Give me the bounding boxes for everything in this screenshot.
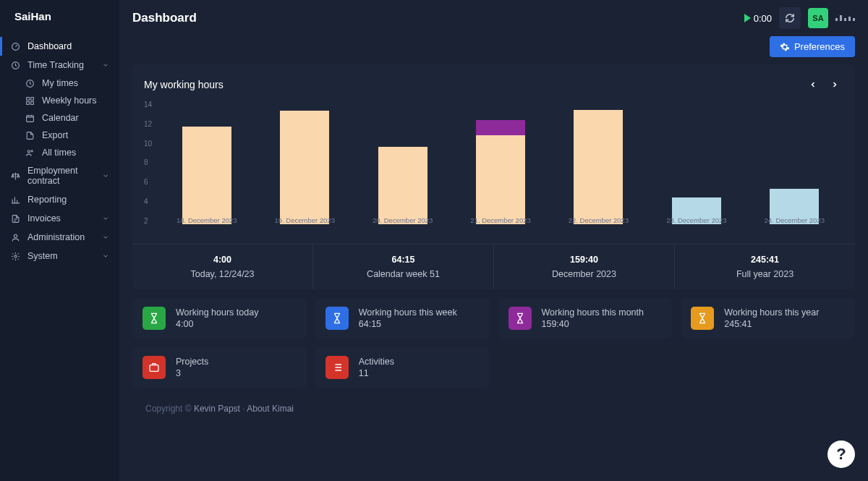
- author-link[interactable]: Kevin Papst: [194, 404, 240, 414]
- y-tick: 6: [144, 178, 152, 186]
- widget-title: Working hours this month: [542, 307, 644, 318]
- clock-icon: [25, 78, 35, 88]
- summary-cell[interactable]: 159:40December 2023: [494, 244, 675, 289]
- bar-label: 23. December 2023: [666, 216, 726, 224]
- bar-label: 22. December 2023: [569, 216, 629, 224]
- sidebar-item-time-tracking[interactable]: Time Tracking: [0, 56, 119, 75]
- timer-button[interactable]: 0:00: [744, 13, 772, 24]
- bar-stack[interactable]: [280, 111, 329, 224]
- timer-value: 0:00: [754, 13, 772, 24]
- widget-value: 11: [359, 368, 394, 378]
- refresh-button[interactable]: [779, 7, 801, 29]
- widget-value: 245:41: [724, 319, 819, 329]
- sidebar-item-label: Export: [42, 130, 109, 140]
- summary-value: 159:40: [500, 255, 668, 265]
- summary-cell[interactable]: 4:00Today, 12/24/23: [132, 244, 313, 289]
- widget-grid: Working hours today4:00Working hours thi…: [132, 298, 855, 388]
- scale-icon: [10, 171, 20, 181]
- sidebar-item-administration[interactable]: Administration: [0, 228, 119, 247]
- bar-group: 18. December 2023: [162, 127, 251, 224]
- sidebar-item-weekly-hours[interactable]: Weekly hours: [16, 92, 119, 109]
- sidebar-item-employment-contract[interactable]: Employment contract: [0, 161, 119, 190]
- nav: DashboardTime TrackingMy timesWeekly hou…: [0, 33, 119, 270]
- dashboard-icon: [10, 41, 20, 51]
- clock-icon: [10, 60, 20, 70]
- export-icon: [25, 130, 35, 140]
- sidebar-item-system[interactable]: System: [0, 247, 119, 265]
- sidebar-item-dashboard[interactable]: Dashboard: [0, 37, 119, 56]
- sidebar-item-label: Dashboard: [27, 41, 109, 51]
- sidebar-item-invoices[interactable]: Invoices: [0, 209, 119, 228]
- people-icon: [25, 148, 35, 158]
- chart-next-button[interactable]: [826, 76, 843, 93]
- svg-rect-3: [26, 97, 29, 100]
- widget-title: Working hours this year: [724, 307, 819, 318]
- svg-point-10: [14, 234, 17, 237]
- sidebar-item-label: Employment contract: [27, 166, 95, 186]
- topbar: Dashboard 0:00 SA: [119, 0, 868, 36]
- hourglass-icon: [142, 307, 166, 330]
- sidebar-item-my-times[interactable]: My times: [16, 75, 119, 92]
- calendar-icon: [25, 113, 35, 123]
- sidebar-item-label: Reporting: [27, 195, 109, 205]
- sidebar-item-label: Weekly hours: [42, 95, 109, 106]
- widget[interactable]: Activities11: [315, 347, 490, 388]
- help-button[interactable]: ?: [827, 440, 855, 468]
- equalizer-icon[interactable]: [835, 15, 855, 21]
- widget-title: Working hours this week: [359, 307, 457, 318]
- content: Preferences My working hours: [119, 36, 868, 481]
- about-link[interactable]: About Kimai: [247, 404, 294, 414]
- footer-sep: ·: [240, 404, 247, 414]
- chevron-down-icon: [102, 234, 109, 241]
- y-tick: 12: [144, 120, 152, 128]
- widget-title: Activities: [359, 357, 394, 367]
- refresh-icon: [785, 13, 795, 23]
- grid-icon: [25, 95, 35, 106]
- play-icon: [744, 14, 751, 22]
- briefcase-icon: [142, 356, 166, 379]
- widget[interactable]: Working hours this week64:15: [315, 298, 490, 339]
- summary-label: Calendar week 51: [319, 269, 488, 279]
- summary-value: 4:00: [138, 255, 307, 265]
- bar-stack[interactable]: [476, 120, 525, 224]
- widget-value: 159:40: [542, 319, 644, 329]
- bar-segment: [182, 127, 231, 224]
- avatar[interactable]: SA: [808, 8, 828, 28]
- summary-label: Today, 12/24/23: [138, 269, 307, 279]
- file-icon: [10, 213, 20, 224]
- sidebar-item-reporting[interactable]: Reporting: [0, 190, 119, 209]
- widget[interactable]: Working hours this year245:41: [681, 298, 855, 339]
- bar-label: 18. December 2023: [176, 216, 237, 224]
- bar-stack[interactable]: [378, 147, 427, 224]
- bar-stack[interactable]: [574, 110, 623, 224]
- bar-group: 20. December 2023: [358, 147, 447, 224]
- copyright-text: Copyright ©: [145, 404, 194, 414]
- bar-label: 21. December 2023: [470, 216, 530, 224]
- svg-point-11: [14, 255, 16, 257]
- widget[interactable]: Working hours this month159:40: [498, 298, 673, 339]
- preferences-button[interactable]: Preferences: [770, 36, 855, 57]
- summary-cell[interactable]: 245:41Full year 2023: [675, 244, 855, 289]
- chart-prev-button[interactable]: [804, 76, 822, 93]
- sidebar-item-calendar[interactable]: Calendar: [16, 109, 119, 127]
- summary-row: 4:00Today, 12/24/2364:15Calendar week 51…: [132, 244, 855, 289]
- summary-cell[interactable]: 64:15Calendar week 51: [313, 244, 494, 289]
- summary-value: 245:41: [681, 255, 849, 265]
- sidebar-item-all-times[interactable]: All times: [16, 144, 119, 161]
- svg-point-8: [27, 150, 30, 152]
- gear-icon: [780, 42, 790, 52]
- widget[interactable]: Working hours today4:00: [132, 298, 307, 339]
- plot: 18. December 202319. December 202320. De…: [158, 101, 843, 238]
- admin-icon: [10, 232, 20, 242]
- chevron-left-icon: [809, 80, 817, 89]
- chevron-down-icon: [102, 252, 109, 260]
- svg-rect-4: [30, 97, 33, 100]
- sidebar-item-export[interactable]: Export: [16, 127, 119, 144]
- bar-stack[interactable]: [182, 127, 231, 224]
- bar-group: 23. December 2023: [652, 197, 741, 224]
- widget[interactable]: Projects3: [132, 347, 307, 388]
- summary-value: 64:15: [319, 255, 488, 265]
- chart-icon: [10, 195, 20, 205]
- svg-rect-6: [30, 101, 33, 104]
- sidebar-item-label: All times: [42, 148, 109, 158]
